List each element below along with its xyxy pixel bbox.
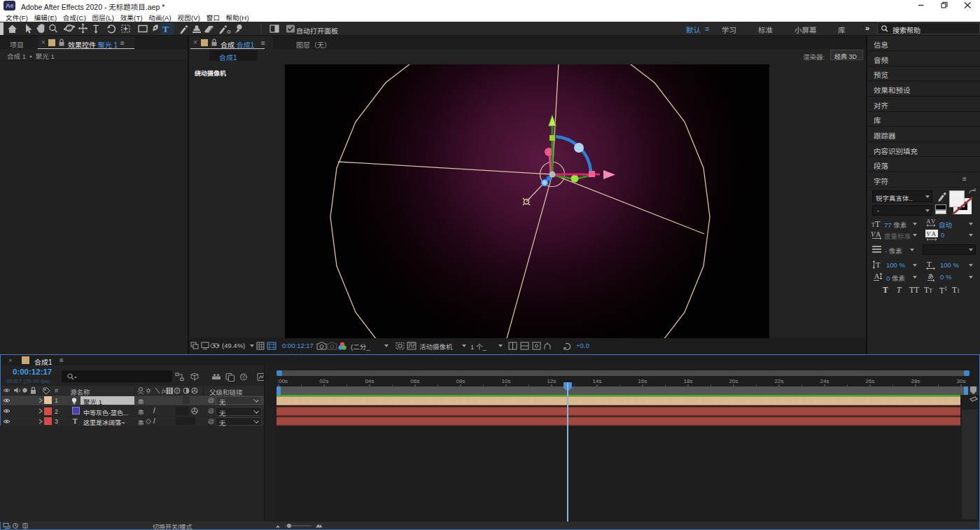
svg-text:あ: あ: [927, 273, 934, 280]
svg-text:#: #: [55, 387, 59, 394]
svg-text:A: A: [876, 230, 881, 238]
svg-text:T: T: [162, 24, 169, 34]
svg-text:V: V: [931, 218, 936, 225]
svg-text:T: T: [876, 260, 881, 269]
svg-text:fx: fx: [162, 387, 166, 394]
svg-text:A: A: [874, 272, 880, 280]
svg-text:A: A: [932, 230, 937, 237]
svg-text:T: T: [875, 219, 881, 229]
svg-text:A: A: [926, 218, 931, 225]
svg-text:T: T: [927, 260, 932, 268]
